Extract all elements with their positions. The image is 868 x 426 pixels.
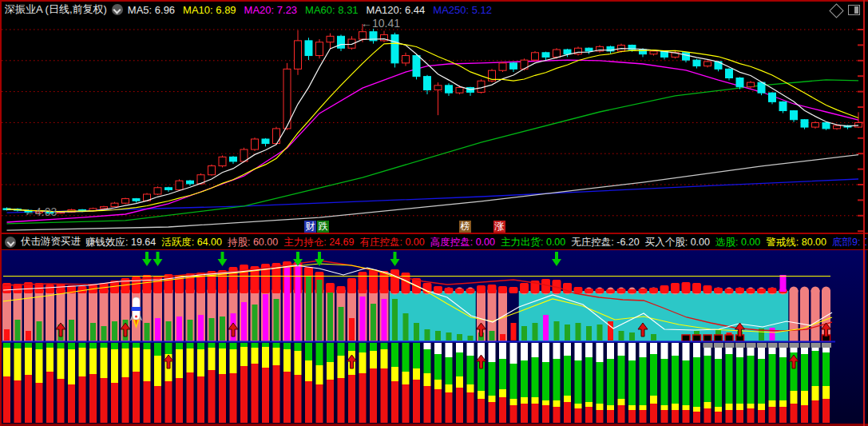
indicator-field: 活跃度: 64.00 <box>161 237 222 248</box>
ma-label: MA120: 6.44 <box>367 4 426 16</box>
indicator-header: 伏击游资买进 赚钱效应: 19.64活跃度: 64.00持股: 60.00主力持… <box>2 234 866 249</box>
panel-divider-top <box>0 233 868 234</box>
ma-label: MA10: 6.89 <box>183 4 236 16</box>
ma-legend: MA5: 6.96MA10: 6.89MA20: 7.23MA60: 8.31M… <box>128 2 500 17</box>
ticker-badge[interactable]: 跌 <box>317 221 329 233</box>
diamond-icon[interactable] <box>829 3 843 18</box>
indicator-field: 警戒线: 80.00 <box>766 237 826 248</box>
indicator-field: 选股: 0.00 <box>715 237 760 248</box>
chart-canvas[interactable]: ←10.41←4.03 <box>0 0 868 426</box>
indicator-title[interactable]: 伏击游资买进 <box>21 235 81 249</box>
ticker-badge[interactable]: 榜 <box>459 221 471 233</box>
indicator-field: 有庄控盘: 0.00 <box>359 237 424 248</box>
frame-right-axis <box>863 0 865 426</box>
frame-top <box>0 0 868 2</box>
indicator-field: 高度控盘: 0.00 <box>430 237 495 248</box>
stock-title[interactable]: 深振业A (日线,前复权) <box>5 2 107 17</box>
indicator-values: 赚钱效应: 19.64活跃度: 64.00持股: 60.00主力持仓: 24.6… <box>85 234 866 249</box>
frame-left <box>0 0 2 426</box>
indicator-field: 持股: 60.00 <box>228 237 278 248</box>
indicator-field: 买入个股: 0.00 <box>645 237 710 248</box>
chevron-down-circle-icon[interactable] <box>112 4 123 15</box>
ma-label: MA250: 5.12 <box>433 4 492 16</box>
chevron-down-circle-icon[interactable] <box>5 237 16 248</box>
high-price-label: ←10.41 <box>361 17 400 30</box>
ticker-badge[interactable]: 涨 <box>493 221 505 233</box>
ma-label: MA20: 7.23 <box>244 4 298 16</box>
indicator-field: 无庄控盘: -6.20 <box>571 237 639 248</box>
panel-layout-icon[interactable] <box>848 5 860 15</box>
ticker-badge[interactable]: 财 <box>304 221 316 233</box>
window-icons <box>831 5 860 16</box>
main-chart-header: 深振业A (日线,前复权) MA5: 6.96MA10: 6.89MA20: 7… <box>2 1 866 18</box>
indicator-field: 赚钱效应: 19.64 <box>85 237 156 248</box>
stock-app-window: ←10.41←4.03 深振业A (日线,前复权) MA5: 6.96MA10:… <box>0 0 868 426</box>
ma-label: MA5: 6.96 <box>128 4 175 16</box>
panel-divider-bottom <box>0 249 868 250</box>
indicator-field: 主力出货: 0.00 <box>501 237 565 248</box>
indicator-field: 底部9: 0.00 <box>832 237 866 248</box>
ma-label: MA60: 8.31 <box>305 4 359 16</box>
low-price-label: ←4.03 <box>24 205 57 218</box>
indicator-field: 主力持仓: 24.69 <box>283 237 354 248</box>
